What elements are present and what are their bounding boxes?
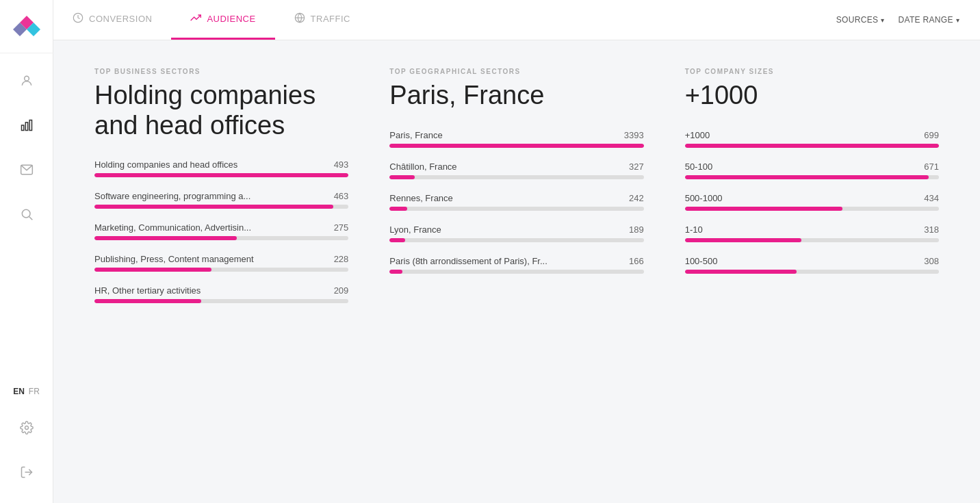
- business-label-2: Marketing, Communication, Advertisin...: [94, 222, 251, 233]
- size-fill-1: [685, 175, 929, 179]
- business-fill-4: [94, 299, 201, 303]
- svg-point-10: [25, 426, 28, 430]
- company-sizes-label: TOP COMPANY SIZES: [685, 68, 939, 75]
- business-sectors-hero: Holding companies and head offices: [94, 81, 348, 140]
- size-label-3: 1-10: [685, 224, 703, 235]
- geo-row-3: Lyon, France 189: [389, 224, 643, 242]
- lang-en[interactable]: EN: [13, 387, 25, 396]
- sidebar-item-mail[interactable]: [0, 149, 53, 194]
- svg-rect-6: [29, 120, 31, 131]
- sources-button[interactable]: SOURCES ▾: [836, 15, 885, 25]
- mail-icon: [20, 163, 34, 180]
- company-sizes-section: TOP COMPANY SIZES +1000 +1000 699 50-100…: [685, 68, 939, 476]
- top-nav: CONVERSION AUDIENCE TRAFFIC SOURCES ▾: [53, 0, 980, 40]
- size-fill-2: [685, 207, 842, 211]
- business-value-0: 493: [334, 159, 349, 170]
- size-fill-0: [685, 144, 939, 148]
- business-value-2: 275: [334, 222, 349, 233]
- tab-conversion[interactable]: CONVERSION: [53, 0, 171, 40]
- geo-value-0: 3393: [624, 130, 644, 140]
- geographical-sectors-section: TOP GEOGRAPHICAL SECTORS Paris, France P…: [389, 68, 643, 476]
- company-sizes-hero: +1000: [685, 81, 939, 111]
- business-track-2: [94, 236, 348, 240]
- logout-icon: [20, 465, 34, 482]
- geo-row-1: Châtillon, France 327: [389, 162, 643, 179]
- business-row-4: HR, Other tertiary activities 209: [94, 285, 348, 303]
- size-row-3: 1-10 318: [685, 224, 939, 242]
- svg-rect-4: [21, 125, 23, 131]
- sidebar-nav: [0, 53, 53, 376]
- date-range-button[interactable]: DATE RANGE ▾: [899, 15, 959, 25]
- size-track-1: [685, 175, 939, 179]
- date-range-chevron-icon: ▾: [956, 16, 959, 24]
- nav-tabs: CONVERSION AUDIENCE TRAFFIC: [53, 0, 370, 40]
- business-track-3: [94, 268, 348, 272]
- nav-right: SOURCES ▾ DATE RANGE ▾: [836, 15, 980, 25]
- business-value-1: 463: [334, 191, 349, 201]
- geo-value-3: 189: [629, 224, 644, 235]
- business-sectors-label: TOP BUSINESS SECTORS: [94, 68, 348, 75]
- size-value-1: 671: [924, 162, 939, 172]
- geo-label-1: Châtillon, France: [389, 162, 456, 172]
- business-track-4: [94, 299, 348, 303]
- size-label-1: 50-100: [685, 162, 712, 172]
- lang-switch: EN FR: [13, 376, 40, 407]
- tab-audience-label: AUDIENCE: [207, 14, 255, 24]
- search-icon: [20, 207, 34, 224]
- geo-label-0: Paris, France: [389, 130, 442, 140]
- svg-line-9: [29, 217, 32, 220]
- contacts-icon: [20, 74, 34, 91]
- geo-fill-4: [389, 270, 402, 274]
- geo-fill-2: [389, 207, 407, 211]
- tab-audience[interactable]: AUDIENCE: [171, 0, 274, 40]
- svg-rect-5: [25, 122, 27, 131]
- geo-value-1: 327: [629, 162, 644, 172]
- sources-chevron-icon: ▾: [881, 16, 884, 24]
- sidebar-item-search[interactable]: [0, 194, 53, 238]
- main: CONVERSION AUDIENCE TRAFFIC SOURCES ▾: [53, 0, 980, 503]
- size-label-2: 500-1000: [685, 193, 723, 203]
- geo-track-0: [389, 144, 643, 148]
- size-value-2: 434: [924, 193, 939, 203]
- sidebar-item-logout[interactable]: [0, 452, 53, 496]
- sidebar-bottom: EN FR: [0, 376, 53, 503]
- size-row-0: +1000 699: [685, 130, 939, 148]
- business-track-1: [94, 205, 348, 209]
- business-row-1: Software engineering, programming a... 4…: [94, 191, 348, 209]
- business-row-0: Holding companies and head offices 493: [94, 159, 348, 177]
- sidebar-item-analytics[interactable]: [0, 105, 53, 149]
- tab-conversion-label: CONVERSION: [89, 14, 152, 24]
- business-row-3: Publishing, Press, Content management 22…: [94, 254, 348, 272]
- business-label-1: Software engineering, programming a...: [94, 191, 250, 201]
- geo-track-2: [389, 207, 643, 211]
- size-track-3: [685, 238, 939, 242]
- business-fill-3: [94, 268, 211, 272]
- geographical-sectors-hero: Paris, France: [389, 81, 643, 111]
- svg-point-3: [24, 76, 29, 81]
- geo-row-0: Paris, France 3393: [389, 130, 643, 148]
- sidebar-item-contacts[interactable]: [0, 60, 53, 105]
- settings-icon: [20, 421, 34, 438]
- geo-track-3: [389, 238, 643, 242]
- business-fill-1: [94, 205, 333, 209]
- size-label-0: +1000: [685, 130, 710, 140]
- sidebar: EN FR: [0, 0, 53, 503]
- geo-fill-1: [389, 175, 415, 179]
- traffic-tab-icon: [294, 12, 305, 25]
- sidebar-item-settings[interactable]: [0, 407, 53, 452]
- size-fill-3: [685, 238, 802, 242]
- geographical-sectors-label: TOP GEOGRAPHICAL SECTORS: [389, 68, 643, 75]
- content: TOP BUSINESS SECTORS Holding companies a…: [53, 40, 980, 503]
- geo-row-2: Rennes, France 242: [389, 193, 643, 211]
- geo-label-4: Paris (8th arrondissement of Paris), Fr.…: [389, 256, 547, 266]
- geo-label-2: Rennes, France: [389, 193, 453, 203]
- business-value-3: 228: [334, 254, 349, 264]
- business-fill-0: [94, 173, 348, 177]
- logo[interactable]: [0, 0, 53, 53]
- size-row-2: 500-1000 434: [685, 193, 939, 211]
- geo-fill-0: [389, 144, 643, 148]
- business-sectors-section: TOP BUSINESS SECTORS Holding companies a…: [94, 68, 348, 476]
- tab-traffic[interactable]: TRAFFIC: [275, 0, 370, 40]
- geo-value-2: 242: [629, 193, 644, 203]
- lang-fr[interactable]: FR: [29, 387, 40, 396]
